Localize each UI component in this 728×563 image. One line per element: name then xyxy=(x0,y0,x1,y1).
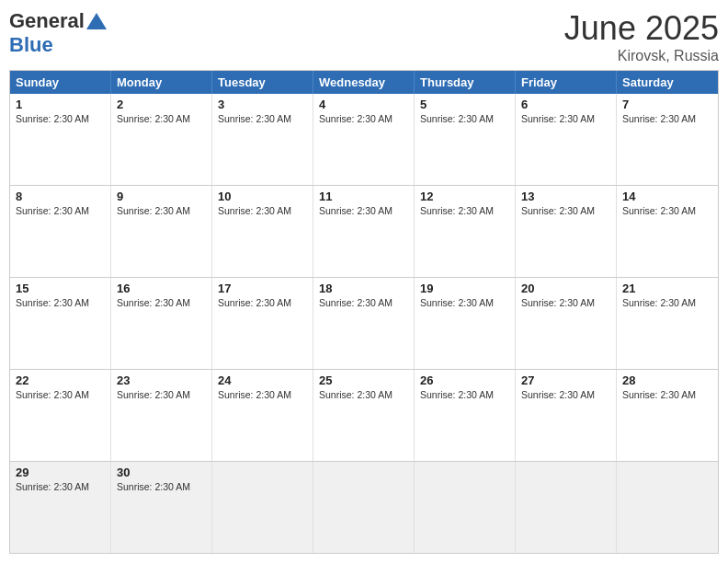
header-day-tuesday: Tuesday xyxy=(212,71,313,94)
day-number: 10 xyxy=(218,190,307,203)
calendar-body: 1Sunrise: 2:30 AM2Sunrise: 2:30 AM3Sunri… xyxy=(10,94,718,553)
sunrise-text: Sunrise: 2:30 AM xyxy=(420,113,494,124)
sunrise-text: Sunrise: 2:30 AM xyxy=(16,205,89,216)
calendar-cell: 9Sunrise: 2:30 AM xyxy=(111,186,212,277)
sunrise-text: Sunrise: 2:30 AM xyxy=(420,389,494,400)
calendar-cell: 28Sunrise: 2:30 AM xyxy=(617,370,718,461)
calendar-cell: 21Sunrise: 2:30 AM xyxy=(617,278,718,369)
calendar-row: 1Sunrise: 2:30 AM2Sunrise: 2:30 AM3Sunri… xyxy=(10,94,718,185)
logo: General Blue xyxy=(9,9,107,57)
calendar-cell: 14Sunrise: 2:30 AM xyxy=(617,186,718,277)
calendar-cell: 30Sunrise: 2:30 AM xyxy=(111,462,212,553)
sunrise-text: Sunrise: 2:30 AM xyxy=(16,389,89,400)
calendar-cell xyxy=(415,462,516,553)
calendar-header: SundayMondayTuesdayWednesdayThursdayFrid… xyxy=(10,71,718,94)
day-number: 2 xyxy=(117,98,206,111)
header-day-friday: Friday xyxy=(516,71,617,94)
day-number: 13 xyxy=(521,190,610,203)
header: General Blue June 2025 Kirovsk, Russia xyxy=(9,9,719,64)
svg-marker-0 xyxy=(86,13,107,29)
day-number: 9 xyxy=(117,190,206,203)
logo-blue-text: Blue xyxy=(9,33,53,57)
sunrise-text: Sunrise: 2:30 AM xyxy=(319,205,392,216)
logo-icon xyxy=(86,13,107,29)
day-number: 11 xyxy=(319,190,408,203)
day-number: 28 xyxy=(622,373,712,387)
day-number: 7 xyxy=(622,98,712,111)
sunrise-text: Sunrise: 2:30 AM xyxy=(117,205,190,216)
sunrise-text: Sunrise: 2:30 AM xyxy=(521,205,595,216)
month-title: June 2025 xyxy=(564,9,719,48)
calendar-cell xyxy=(516,462,617,553)
day-number: 3 xyxy=(218,98,307,111)
calendar-cell: 23Sunrise: 2:30 AM xyxy=(111,370,212,461)
calendar-cell: 6Sunrise: 2:30 AM xyxy=(516,94,617,185)
day-number: 6 xyxy=(521,98,610,111)
calendar-cell: 20Sunrise: 2:30 AM xyxy=(516,278,617,369)
sunrise-text: Sunrise: 2:30 AM xyxy=(319,113,392,124)
day-number: 5 xyxy=(420,98,509,111)
day-number: 26 xyxy=(420,373,509,387)
calendar-row: 22Sunrise: 2:30 AM23Sunrise: 2:30 AM24Su… xyxy=(10,369,718,461)
sunrise-text: Sunrise: 2:30 AM xyxy=(218,389,291,400)
sunrise-text: Sunrise: 2:30 AM xyxy=(218,205,291,216)
header-day-sunday: Sunday xyxy=(10,71,111,94)
sunrise-text: Sunrise: 2:30 AM xyxy=(16,297,89,308)
calendar-cell: 12Sunrise: 2:30 AM xyxy=(415,186,516,277)
day-number: 20 xyxy=(521,282,610,295)
sunrise-text: Sunrise: 2:30 AM xyxy=(622,297,696,308)
day-number: 21 xyxy=(622,282,712,295)
sunrise-text: Sunrise: 2:30 AM xyxy=(218,113,291,124)
sunrise-text: Sunrise: 2:30 AM xyxy=(622,389,696,400)
calendar-cell: 26Sunrise: 2:30 AM xyxy=(415,370,516,461)
calendar-cell: 7Sunrise: 2:30 AM xyxy=(617,94,718,185)
header-day-monday: Monday xyxy=(111,71,212,94)
calendar-cell xyxy=(313,462,415,553)
day-number: 27 xyxy=(521,373,610,387)
calendar-cell: 24Sunrise: 2:30 AM xyxy=(212,370,313,461)
title-block: June 2025 Kirovsk, Russia xyxy=(564,9,719,64)
calendar: SundayMondayTuesdayWednesdayThursdayFrid… xyxy=(9,70,719,554)
day-number: 24 xyxy=(218,373,307,387)
sunrise-text: Sunrise: 2:30 AM xyxy=(420,297,494,308)
day-number: 19 xyxy=(420,282,509,295)
calendar-cell: 3Sunrise: 2:30 AM xyxy=(212,94,313,185)
sunrise-text: Sunrise: 2:30 AM xyxy=(117,389,190,400)
calendar-cell: 2Sunrise: 2:30 AM xyxy=(111,94,212,185)
calendar-cell: 29Sunrise: 2:30 AM xyxy=(10,462,111,553)
calendar-cell: 22Sunrise: 2:30 AM xyxy=(10,370,111,461)
sunrise-text: Sunrise: 2:30 AM xyxy=(16,113,89,124)
sunrise-text: Sunrise: 2:30 AM xyxy=(218,297,291,308)
sunrise-text: Sunrise: 2:30 AM xyxy=(622,113,696,124)
calendar-cell: 18Sunrise: 2:30 AM xyxy=(313,278,415,369)
calendar-cell xyxy=(212,462,313,553)
day-number: 23 xyxy=(117,373,206,387)
sunrise-text: Sunrise: 2:30 AM xyxy=(319,389,392,400)
sunrise-text: Sunrise: 2:30 AM xyxy=(622,205,696,216)
day-number: 29 xyxy=(16,465,105,479)
day-number: 22 xyxy=(16,373,105,387)
sunrise-text: Sunrise: 2:30 AM xyxy=(319,297,392,308)
calendar-cell: 16Sunrise: 2:30 AM xyxy=(111,278,212,369)
calendar-cell: 13Sunrise: 2:30 AM xyxy=(516,186,617,277)
sunrise-text: Sunrise: 2:30 AM xyxy=(16,481,89,492)
sunrise-text: Sunrise: 2:30 AM xyxy=(117,297,190,308)
sunrise-text: Sunrise: 2:30 AM xyxy=(420,205,494,216)
calendar-cell: 1Sunrise: 2:30 AM xyxy=(10,94,111,185)
day-number: 15 xyxy=(16,282,105,295)
day-number: 25 xyxy=(319,373,408,387)
day-number: 8 xyxy=(16,190,105,203)
header-day-saturday: Saturday xyxy=(617,71,718,94)
calendar-cell: 17Sunrise: 2:30 AM xyxy=(212,278,313,369)
calendar-cell: 25Sunrise: 2:30 AM xyxy=(313,370,415,461)
calendar-row: 8Sunrise: 2:30 AM9Sunrise: 2:30 AM10Sunr… xyxy=(10,185,718,277)
calendar-cell: 15Sunrise: 2:30 AM xyxy=(10,278,111,369)
sunrise-text: Sunrise: 2:30 AM xyxy=(521,113,595,124)
day-number: 12 xyxy=(420,190,509,203)
page: General Blue June 2025 Kirovsk, Russia S… xyxy=(0,0,728,563)
logo-general: General xyxy=(9,9,85,33)
calendar-cell: 11Sunrise: 2:30 AM xyxy=(313,186,415,277)
calendar-cell: 27Sunrise: 2:30 AM xyxy=(516,370,617,461)
calendar-cell: 5Sunrise: 2:30 AM xyxy=(415,94,516,185)
day-number: 1 xyxy=(16,98,105,111)
